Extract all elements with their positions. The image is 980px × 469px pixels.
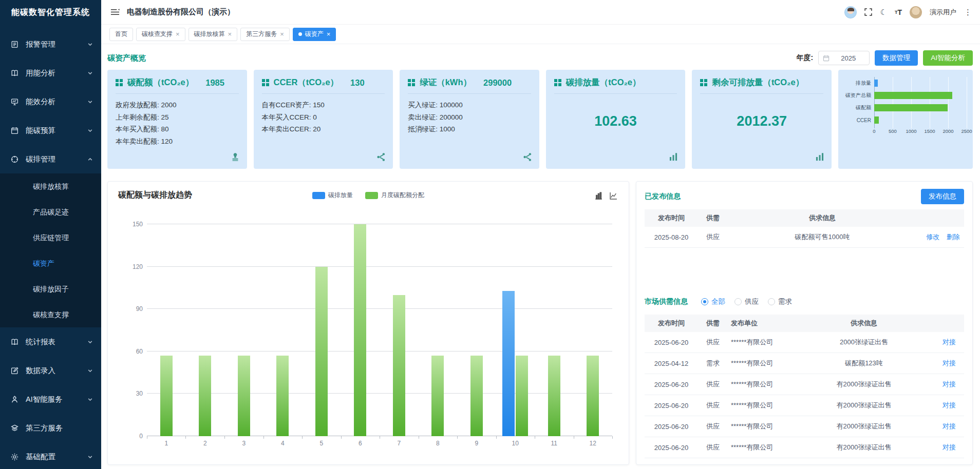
year-picker[interactable] <box>818 51 870 65</box>
line-chart-toggle-icon[interactable] <box>610 192 617 200</box>
tab-3[interactable]: 第三方服务× <box>240 28 290 41</box>
bar-group-1 <box>147 224 186 436</box>
sidebar-item-6[interactable]: 数据录入 <box>0 356 101 385</box>
radio-supply[interactable]: 供应 <box>734 297 759 306</box>
bottom-row: 碳配额与碳排放趋势 碳排放量 月度碳配额分配 <box>107 181 973 465</box>
sidebar-item-label: 碳排管理 <box>26 154 87 164</box>
x-axis-label: 7 <box>380 440 419 447</box>
sidebar-item-2[interactable]: 能效分析 <box>0 87 101 116</box>
stamp-icon <box>231 152 240 164</box>
connect-link[interactable]: 对接 <box>943 401 956 409</box>
card-line: 政府发放配额: 2000 <box>116 99 239 111</box>
market-filter-radios: 全部 供应 需求 <box>701 297 792 306</box>
assistant-avatar[interactable] <box>844 6 857 18</box>
col-header-type: 供需 <box>698 315 728 332</box>
bar-chart-toggle-icon[interactable] <box>595 192 602 200</box>
sidebar-subitem-4-0[interactable]: 碳排放核算 <box>0 173 101 199</box>
mini-bar <box>874 104 948 111</box>
axis-tick <box>341 436 342 439</box>
legend-item-quota[interactable]: 月度碳配额分配 <box>365 191 424 200</box>
sidebar-item-label: AI智能服务 <box>26 395 87 404</box>
connect-link[interactable]: 对接 <box>943 359 956 367</box>
mini-row-3: CCER <box>842 114 967 126</box>
font-size-icon[interactable]: TT <box>895 8 902 16</box>
axis-tick <box>535 436 535 439</box>
bar-chart-icon <box>815 152 824 164</box>
bar-group-8 <box>419 224 458 436</box>
sidebar-item-label: 统计报表 <box>26 337 87 347</box>
radio-demand[interactable]: 需求 <box>768 297 792 306</box>
publish-info-button[interactable]: 发布信息 <box>921 189 964 204</box>
sidebar-subitem-4-3[interactable]: 碳资产 <box>0 250 101 276</box>
active-tab-dot <box>298 32 302 36</box>
quota-bar <box>238 356 250 436</box>
more-options-icon[interactable]: ⋮ <box>964 8 972 17</box>
close-icon[interactable]: × <box>327 31 331 37</box>
carbon-compass-icon <box>10 155 19 164</box>
edit-link[interactable]: 修改 <box>926 233 939 241</box>
sidebar-subitem-4-4[interactable]: 碳排放因子 <box>0 276 101 302</box>
ai-analysis-button[interactable]: AI智能分析 <box>923 50 973 66</box>
close-icon[interactable]: × <box>228 31 232 37</box>
sidebar-item-7[interactable]: AI智能服务 <box>0 385 101 414</box>
emission-value: 102.63 <box>554 113 677 129</box>
card-title: 绿证（kWh） <box>420 77 472 88</box>
connect-link[interactable]: 对接 <box>943 422 956 430</box>
head-controls: 年度: 数据管理 AI智能分析 <box>797 50 973 66</box>
tab-2[interactable]: 碳排放核算× <box>189 28 238 41</box>
mini-axis: 05001000150020002500 <box>874 128 967 135</box>
chevron-down-icon <box>87 99 93 105</box>
chevron-down-icon <box>87 368 93 374</box>
sidebar-item-3[interactable]: 能碳预算 <box>0 116 101 145</box>
card-line: 上年剩余配额: 25 <box>116 111 239 124</box>
sidebar-subitem-4-1[interactable]: 产品碳足迹 <box>0 199 101 225</box>
year-input[interactable] <box>832 54 865 63</box>
trend-xlabels: 123456789101112 <box>147 440 612 447</box>
close-icon[interactable]: × <box>280 31 284 37</box>
menu-fold-icon[interactable] <box>110 8 120 16</box>
connect-link[interactable]: 对接 <box>943 338 956 346</box>
mini-axis-label: 1000 <box>906 128 916 134</box>
bar-group-7 <box>380 224 419 436</box>
data-management-button[interactable]: 数据管理 <box>875 50 918 66</box>
sidebar-item-1[interactable]: 用能分析 <box>0 58 101 87</box>
x-axis-label: 2 <box>186 440 225 447</box>
mini-track <box>874 102 967 114</box>
card-emission: 碳排放量（tCO₂e） 102.63 <box>546 70 686 169</box>
market-cell-info: 有2000张绿证出售 <box>794 437 934 458</box>
sidebar: 能碳数智化管理系统 报警管理用能分析能效分析能碳预算碳排管理碳排放核算产品碳足迹… <box>0 0 101 469</box>
share-icon <box>376 152 386 164</box>
fullscreen-icon[interactable] <box>864 8 872 16</box>
mini-bar <box>874 80 878 87</box>
sidebar-subitem-4-5[interactable]: 碳核查支撑 <box>0 302 101 327</box>
card-value: 299000 <box>483 78 512 88</box>
dark-mode-moon-icon[interactable]: ☾ <box>880 8 887 17</box>
data-entry-icon <box>10 366 19 375</box>
sidebar-item-9[interactable]: 基础配置 <box>0 442 101 469</box>
published-row: 2025-08-20 供应 碳配额可售1000吨 修改 删除 <box>645 227 964 248</box>
mini-row-0: 排放量 <box>842 77 967 89</box>
radio-all[interactable]: 全部 <box>701 297 725 306</box>
connect-link[interactable]: 对接 <box>943 443 956 451</box>
sidebar-item-4[interactable]: 碳排管理 <box>0 145 101 173</box>
col-header-actions <box>934 315 964 332</box>
market-row-1: 2025-04-12需求******有限公司碳配额123吨对接 <box>645 353 964 374</box>
tab-0[interactable]: 首页 <box>109 28 133 41</box>
tab-1[interactable]: 碳核查支撑× <box>136 28 185 41</box>
sidebar-submenu: 碳排放核算产品碳足迹供应链管理碳资产碳排放因子碳核查支撑 <box>0 173 101 327</box>
card-line: 本年买入配额: 80 <box>116 123 239 135</box>
tab-4[interactable]: 碳资产× <box>293 28 336 41</box>
market-cell-date: 2025-04-12 <box>645 353 698 374</box>
close-icon[interactable]: × <box>176 31 180 37</box>
main-area: 电器制造股份有限公司（演示） ☾ TT 演示用户 ⋮ 首页碳核查支撑×碳排放核算… <box>101 0 980 469</box>
user-avatar[interactable] <box>910 6 922 18</box>
legend-item-emission[interactable]: 碳排放量 <box>312 191 353 200</box>
connect-link[interactable]: 对接 <box>943 380 956 388</box>
sidebar-item-5[interactable]: 统计报表 <box>0 327 101 356</box>
sidebar-item-0[interactable]: 报警管理 <box>0 30 101 58</box>
delete-link[interactable]: 删除 <box>947 233 960 241</box>
card-title: 碳配额（tCO₂e） <box>127 77 194 88</box>
sidebar-menu: 报警管理用能分析能效分析能碳预算碳排管理碳排放核算产品碳足迹供应链管理碳资产碳排… <box>0 25 101 469</box>
sidebar-item-8[interactable]: 第三方服务 <box>0 414 101 442</box>
sidebar-subitem-4-2[interactable]: 供应链管理 <box>0 225 101 250</box>
